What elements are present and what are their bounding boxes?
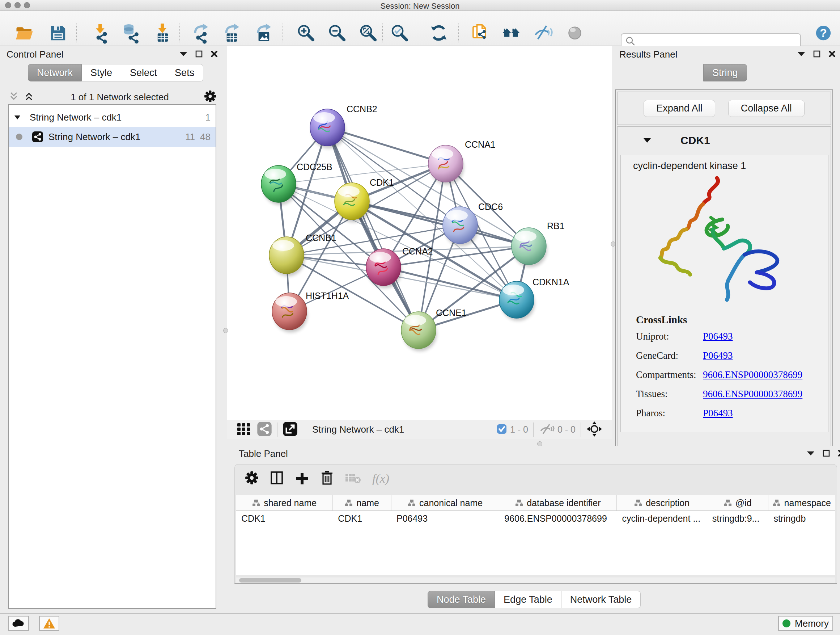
cell[interactable]: cyclin-dependent ... [617, 511, 707, 526]
cell[interactable]: CDK1 [236, 511, 333, 526]
show-columns-icon[interactable] [270, 470, 284, 487]
node-CDC25B[interactable] [261, 165, 297, 205]
node-CCNA1[interactable] [428, 145, 464, 185]
network-view-canvas[interactable]: CCNB2CCNA1CDC25BCDK1CDC6RB1CCNB1CCNA2CDK… [227, 46, 612, 420]
export-image-icon[interactable] [253, 21, 276, 44]
control-panel-float-icon[interactable] [195, 50, 202, 59]
control-splitter-handle[interactable] [223, 328, 228, 333]
share-document-icon[interactable] [469, 21, 492, 44]
export-table-icon[interactable] [221, 21, 244, 44]
node-table[interactable]: shared namenamecanonical namedatabase id… [236, 495, 835, 575]
import-database-icon[interactable] [119, 21, 142, 44]
save-session-icon[interactable] [46, 21, 69, 44]
control-panel-close-icon[interactable] [210, 50, 218, 59]
table-row[interactable]: CDK1CDK1P064939606.ENSP00000378699cyclin… [236, 511, 835, 526]
refresh-layout-icon[interactable] [427, 21, 450, 44]
control-panel-menu-icon[interactable] [180, 51, 187, 58]
network-options-gear-icon[interactable] [204, 90, 216, 104]
import-table-icon[interactable] [151, 21, 174, 44]
homes-icon[interactable] [500, 21, 523, 44]
import-network-icon[interactable] [89, 21, 112, 44]
zoom-in-icon[interactable] [294, 21, 317, 44]
tab-select[interactable]: Select [121, 64, 166, 81]
crosslink-compartments[interactable]: 9606.ENSP00000378699 [703, 369, 802, 380]
tab-network-table[interactable]: Network Table [561, 591, 641, 608]
table-panel-close-icon[interactable] [838, 450, 840, 458]
network-overview-icon[interactable] [257, 421, 272, 438]
column-header-database-identifier[interactable]: database identifier [499, 495, 617, 510]
node-CCNE1[interactable] [401, 312, 437, 351]
help-icon[interactable]: ? [812, 21, 835, 44]
node-CDKN1A[interactable] [499, 281, 535, 321]
column-header-namespace[interactable]: namespace [768, 495, 835, 510]
crosslink-genecard[interactable]: P06493 [703, 350, 733, 361]
create-column-plus-icon[interactable] [295, 470, 309, 487]
results-panel-menu-icon[interactable] [797, 51, 805, 58]
results-splitter[interactable] [612, 46, 615, 439]
collection-expand-icon[interactable] [14, 114, 22, 120]
protein-collapse-icon[interactable] [643, 138, 652, 143]
node-RB1[interactable] [512, 228, 547, 267]
show-eye-icon[interactable] [563, 21, 586, 44]
crosslinks-section: CrossLinks Uniprot: P06493GeneCard: P064… [636, 314, 802, 427]
crosslink-pharos[interactable]: P06493 [703, 408, 733, 419]
node-label-HIST1H1A: HIST1H1A [306, 291, 349, 301]
tab-string[interactable]: String [703, 64, 747, 81]
crosslink-tissues[interactable]: 9606.ENSP00000378699 [703, 388, 802, 400]
birds-eye-grid-icon[interactable] [236, 421, 252, 439]
network-collection-row[interactable]: String Network – cdk1 1 [9, 109, 216, 125]
column-header-canonical-name[interactable]: canonical name [392, 495, 499, 510]
open-session-icon[interactable] [13, 21, 36, 44]
cell[interactable]: stringdb:9... [707, 511, 769, 526]
node-CCNB1[interactable] [269, 237, 305, 276]
results-panel-float-icon[interactable] [813, 50, 821, 59]
memory-button[interactable]: Memory [778, 616, 833, 631]
selected-checkbox-icon[interactable] [496, 424, 507, 436]
expand-all-button[interactable]: Expand All [644, 100, 715, 117]
tab-style[interactable]: Style [82, 64, 121, 81]
hide-glasses-icon[interactable] [531, 21, 554, 44]
column-header-@id[interactable]: @id [707, 495, 769, 510]
edge-CCNA2-CDKN1A[interactable] [384, 267, 516, 300]
collapse-all-button[interactable]: Collapse All [728, 100, 805, 117]
network-type-icon [32, 131, 43, 143]
cell[interactable]: P06493 [392, 511, 499, 526]
network-label: String Network – cdk1 [49, 131, 141, 143]
results-panel-close-icon[interactable] [829, 50, 836, 59]
table-horizontal-scrollbar[interactable] [236, 578, 835, 583]
tab-edge-table[interactable]: Edge Table [495, 591, 561, 608]
selected-count: 1 - 0 [510, 424, 528, 435]
cell[interactable]: CDK1 [333, 511, 392, 526]
node-CCNA2[interactable] [366, 249, 401, 288]
column-header-shared-name[interactable]: shared name [236, 495, 333, 510]
export-network-icon[interactable] [189, 21, 213, 44]
tab-network[interactable]: Network [28, 64, 82, 81]
warnings-button[interactable] [39, 616, 59, 631]
tab-sets[interactable]: Sets [166, 64, 203, 81]
column-header-description[interactable]: description [617, 495, 707, 510]
cell[interactable]: 9606.ENSP00000378699 [499, 511, 617, 526]
delete-column-trash-icon[interactable] [320, 470, 334, 488]
zoom-fit-icon[interactable] [357, 21, 380, 44]
expand-all-tree-icon[interactable] [23, 91, 35, 103]
cloud-button[interactable] [8, 616, 29, 631]
node-CDC6[interactable] [443, 207, 478, 246]
fit-content-crosshair-icon[interactable] [586, 421, 603, 439]
cell[interactable]: stringdb [768, 511, 835, 526]
table-splitter-handle[interactable] [537, 441, 542, 447]
node-HIST1H1A[interactable] [272, 293, 308, 333]
crosslink-uniprot[interactable]: P06493 [703, 331, 733, 342]
column-header-name[interactable]: name [333, 495, 392, 510]
table-options-gear-icon[interactable] [245, 471, 259, 486]
detach-view-icon[interactable] [283, 421, 298, 438]
network-row[interactable]: String Network – cdk1 11 48 [9, 127, 216, 147]
table-panel-menu-icon[interactable] [807, 451, 815, 457]
tab-node-table[interactable]: Node Table [428, 591, 495, 608]
scrollbar-thumb[interactable] [239, 578, 302, 583]
zoom-out-icon[interactable] [325, 21, 349, 44]
node-CDK1[interactable] [335, 183, 370, 222]
collapse-all-tree-icon[interactable] [8, 91, 20, 103]
table-panel-float-icon[interactable] [823, 450, 830, 458]
node-CCNB2[interactable] [310, 109, 346, 149]
zoom-selected-icon[interactable] [388, 21, 411, 44]
